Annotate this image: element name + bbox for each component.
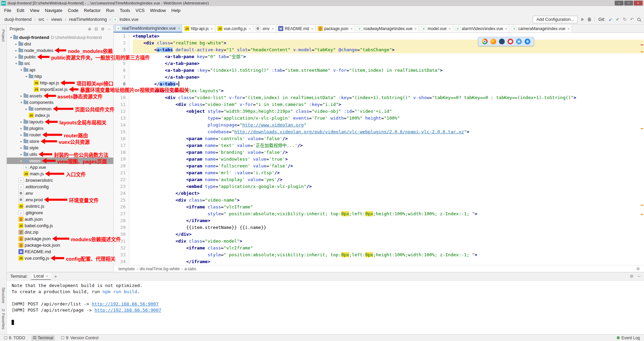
- tree-item-editorconfig[interactable]: ≡.editorconfig: [7, 183, 113, 190]
- menu-edit[interactable]: Edit: [14, 7, 27, 14]
- tree-item-main-js[interactable]: JSmain.js: [7, 170, 113, 177]
- tree-item-vue-config-js[interactable]: JSvue.config.js: [7, 255, 113, 261]
- close-icon[interactable]: ×: [350, 27, 353, 31]
- tree-item-api[interactable]: ▾api: [7, 67, 113, 73]
- breadcrumb-index-vue[interactable]: index.vue: [118, 16, 140, 23]
- status-event-log[interactable]: Event Log: [617, 336, 640, 340]
- new-terminal-icon[interactable]: +: [54, 274, 57, 279]
- safari-icon[interactable]: [516, 39, 522, 44]
- tree-item-readme-md[interactable]: MREADME.md: [7, 248, 113, 255]
- terminal-settings-icon[interactable]: ⚙: [630, 274, 633, 279]
- run-icon[interactable]: [581, 18, 584, 21]
- tree-item-http[interactable]: ▾http: [7, 73, 113, 80]
- code-editor[interactable]: 1234567891011121314151617181920212223242…: [114, 33, 644, 265]
- git-update-icon[interactable]: ↙: [609, 17, 612, 22]
- status-9-version-control[interactable]: 9: Version Control: [61, 336, 98, 340]
- locate-icon[interactable]: ⊕: [88, 27, 91, 31]
- tree-item-dist[interactable]: ▸dist: [7, 41, 113, 47]
- breadcrumb-realtimemonitoring[interactable]: realTimeMonitoring: [68, 16, 108, 23]
- status-terminal[interactable]: Terminal: [31, 335, 55, 341]
- debug-icon[interactable]: [588, 17, 591, 22]
- tree-item-common[interactable]: ▸common: [7, 106, 113, 112]
- close-icon[interactable]: ×: [249, 27, 251, 31]
- maximize-icon[interactable]: □: [624, 1, 633, 5]
- tree-item-components[interactable]: ▾components: [7, 99, 113, 106]
- chevron-down-icon[interactable]: ▾: [23, 27, 25, 31]
- tree-item-env-prod[interactable]: ⚙.env.prod: [7, 196, 113, 203]
- tree-item-duoji-frontend[interactable]: ▾duoji-frontendD:\zheheWeb\duoji-fronten…: [7, 34, 113, 41]
- add-configuration-button[interactable]: Add Configuration...: [533, 16, 578, 23]
- close-icon[interactable]: ×: [505, 27, 507, 31]
- close-icon[interactable]: ×: [567, 27, 569, 31]
- breadcrumb-template[interactable]: template: [118, 267, 135, 271]
- ie-icon[interactable]: e: [525, 39, 530, 44]
- editor-gutter[interactable]: 1234567891011121314151617181920212223242…: [114, 33, 129, 265]
- tab-cameramanage-index-vue[interactable]: VcameraManage\index.vue×: [510, 25, 572, 32]
- git-commit-icon[interactable]: ✔: [616, 17, 619, 22]
- tree-item-importexcel-js[interactable]: JSimportExcel.js: [7, 86, 113, 93]
- breadcrumb-div-realtime-bg-white[interactable]: div.realTime.bg-white: [139, 267, 180, 271]
- close-icon[interactable]: ×: [448, 27, 450, 31]
- breadcrumb-views[interactable]: views: [50, 16, 63, 23]
- hide-icon[interactable]: ─: [108, 27, 111, 31]
- tree-item-browserslistrc[interactable]: ≡.browserslistrc: [7, 177, 113, 183]
- tree-item-app-vue[interactable]: VApp.vue: [7, 164, 113, 170]
- git-revert-icon[interactable]: ↶: [630, 17, 634, 22]
- chrome-icon[interactable]: [482, 39, 488, 44]
- firefox-icon[interactable]: [490, 39, 496, 44]
- opera-icon[interactable]: [507, 39, 513, 44]
- tree-item-gitignore[interactable]: ≡.gitignore: [7, 209, 113, 216]
- menu-file[interactable]: File: [1, 7, 14, 14]
- breadcrumb-duoji-frontend[interactable]: duoji-frontend: [3, 16, 33, 23]
- menu-help[interactable]: Help: [169, 7, 183, 14]
- tab-http-api-js[interactable]: JShttp-api.js×: [182, 25, 215, 32]
- tab-model-vue[interactable]: Vmodel.vue×: [419, 25, 453, 32]
- terminal-output[interactable]: Note that the development build is not o…: [7, 281, 644, 334]
- terminal-minimize-icon[interactable]: ─: [638, 274, 641, 279]
- project-panel-title[interactable]: Project: [10, 27, 23, 31]
- tab-env[interactable]: ⚙.env×: [253, 25, 276, 32]
- tab-package-json[interactable]: {}package.json×: [316, 25, 355, 32]
- tool-button-favorites[interactable]: 2: Favorites: [1, 309, 5, 329]
- tree-item-eslintrc-js[interactable]: JS.eslintrc.js: [7, 203, 113, 209]
- tree-item-layouts[interactable]: ▸layouts: [7, 119, 113, 125]
- collapse-all-icon[interactable]: ⊟: [95, 27, 98, 31]
- breadcrumb-src[interactable]: src: [38, 16, 45, 23]
- tree-item-plugins[interactable]: ▸plugins: [7, 125, 113, 132]
- gear-icon[interactable]: ⚙: [636, 267, 640, 271]
- tree-item-dist-zip[interactable]: Zdist.zip: [7, 229, 113, 235]
- terminal-link[interactable]: http://192.168.66.56:9007: [92, 301, 159, 306]
- tree-item-babel-config-js[interactable]: JSbabel.config.js: [7, 222, 113, 229]
- close-icon[interactable]: ×: [272, 27, 274, 31]
- tab-realtimemonitoring-index-vue[interactable]: VrealTimeMonitoring\index.vue×: [114, 25, 182, 32]
- tree-item-auth-json[interactable]: {}auth.json: [7, 216, 113, 222]
- tab-vue-config-js[interactable]: JSvue.config.js×: [215, 25, 253, 32]
- terminal-link[interactable]: http://192.168.66.56:9007: [95, 308, 161, 313]
- settings-icon[interactable]: ⚙: [101, 27, 105, 31]
- tree-item-public[interactable]: ▸public: [7, 54, 113, 60]
- menu-vcs[interactable]: VCS: [133, 7, 147, 14]
- git-history-icon[interactable]: ↻: [623, 17, 627, 22]
- menu-navigate[interactable]: Navigate: [42, 7, 65, 14]
- breadcrumb-a-tabs[interactable]: a-tabs: [184, 267, 197, 271]
- tree-item-style[interactable]: ▸style: [7, 145, 113, 151]
- tree-item-utils[interactable]: ▸utils: [7, 151, 113, 158]
- menu-code[interactable]: Code: [65, 7, 81, 14]
- menu-view[interactable]: View: [27, 7, 42, 14]
- close-icon[interactable]: ×: [415, 27, 417, 31]
- phantom-icon[interactable]: [499, 39, 505, 44]
- tab-alarmvideos-index-vue[interactable]: ValarmVideos\index.vue×: [453, 25, 510, 32]
- error-stripe[interactable]: [640, 33, 644, 265]
- close-icon[interactable]: ×: [311, 27, 313, 31]
- tree-item-index-js[interactable]: JSindex.js: [7, 112, 113, 119]
- close-icon[interactable]: ×: [211, 27, 213, 31]
- tab-readme-md[interactable]: MREADME.md×: [276, 25, 316, 32]
- tree-item-node-modules[interactable]: ▸node_modules: [7, 47, 113, 54]
- tree-item-package-json[interactable]: {}package.json: [7, 235, 113, 242]
- status-6-todo[interactable]: 6: TODO: [4, 336, 25, 340]
- menu-run[interactable]: Run: [103, 7, 117, 14]
- tree-item-env[interactable]: ⚙.env: [7, 190, 113, 196]
- minimize-icon[interactable]: ─: [615, 1, 624, 5]
- menu-window[interactable]: Window: [147, 7, 169, 14]
- close-icon[interactable]: ×: [178, 26, 180, 30]
